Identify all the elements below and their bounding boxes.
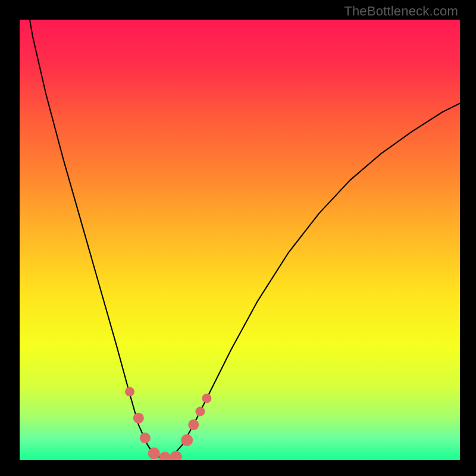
app-frame: TheBottleneck.com	[0, 0, 476, 476]
curve-marker	[133, 413, 144, 424]
curve-marker	[140, 433, 151, 443]
curve-marker	[181, 434, 193, 446]
curve-marker	[148, 447, 160, 459]
bottleneck-curve	[22, 20, 460, 458]
curve-marker	[170, 451, 182, 460]
curve-marker	[202, 393, 212, 403]
curve-marker	[159, 452, 171, 460]
watermark-text: TheBottleneck.com	[344, 4, 458, 19]
curve-marker	[195, 407, 205, 416]
curve-marker	[125, 387, 134, 396]
chart-svg	[20, 20, 460, 460]
marker-layer	[125, 387, 211, 460]
curve-marker	[188, 419, 199, 430]
chart-panel	[20, 20, 460, 460]
